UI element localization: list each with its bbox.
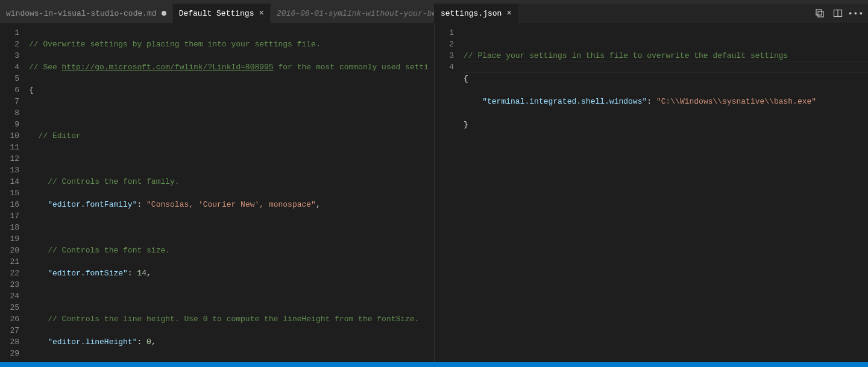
line-number: 2 xyxy=(439,39,454,50)
code-brace: } xyxy=(464,120,468,129)
line-number: 1 xyxy=(439,27,454,39)
code-comment: for the most commonly used setti xyxy=(274,63,429,72)
setting-key: "editor.fontFamily" xyxy=(48,200,137,209)
line-number: 26 xyxy=(5,313,19,325)
code-brace: { xyxy=(464,74,468,83)
line-number: 12 xyxy=(5,153,19,165)
svg-rect-1 xyxy=(818,11,823,17)
tab-label: settings.json xyxy=(441,9,502,18)
line-number: 11 xyxy=(5,142,19,153)
line-number: 28 xyxy=(5,336,19,348)
line-number-gutter: 1234567891011121314151617181920212223242… xyxy=(0,24,29,362)
line-number: 27 xyxy=(5,325,19,336)
line-number: 18 xyxy=(5,222,19,233)
line-number: 22 xyxy=(5,268,19,279)
line-number: 6 xyxy=(5,84,19,96)
line-number: 10 xyxy=(5,130,19,142)
line-number: 2 xyxy=(5,39,19,50)
line-number: 9 xyxy=(5,119,19,130)
setting-key: "terminal.integrated.shell.windows" xyxy=(482,97,647,106)
tab-group-left: windows-in-visual-studio-code.md Default… xyxy=(0,4,435,23)
tab-settings-json[interactable]: settings.json × xyxy=(435,4,518,23)
line-number: 23 xyxy=(5,279,19,290)
line-number-gutter: 1234 xyxy=(435,24,464,362)
code-comment: // Controls the font size. xyxy=(48,246,170,255)
line-number: 3 xyxy=(439,50,454,61)
tab-label: Default Settings xyxy=(179,9,254,18)
tab-actions-right: ••• xyxy=(808,4,868,23)
line-number: 8 xyxy=(5,107,19,119)
close-icon[interactable]: × xyxy=(259,9,263,17)
line-number: 5 xyxy=(5,73,19,84)
status-bar[interactable] xyxy=(0,362,868,367)
vertical-scrollbar[interactable] xyxy=(860,24,868,362)
code-brace: { xyxy=(29,86,34,95)
line-number: 7 xyxy=(5,96,19,107)
line-number: 1 xyxy=(5,27,19,39)
compare-icon[interactable] xyxy=(814,7,826,19)
setting-key: "editor.fontSize" xyxy=(48,269,128,278)
svg-rect-0 xyxy=(816,10,822,15)
code-comment: // Place your settings in this file to o… xyxy=(464,51,788,60)
vertical-scrollbar[interactable] xyxy=(426,24,434,362)
line-number: 17 xyxy=(5,210,19,222)
close-icon[interactable]: × xyxy=(506,9,511,17)
split-editor-icon[interactable] xyxy=(832,7,844,19)
line-number: 3 xyxy=(5,50,19,61)
tab-label: windows-in-visual-studio-code.md xyxy=(6,9,157,18)
tab-symlink-md[interactable]: 2016-08-01-symlink-without-your-beloved-… xyxy=(271,4,435,23)
setting-value: "Consolas, 'Courier New', monospace" xyxy=(146,200,316,209)
setting-value: 14 xyxy=(137,269,146,278)
line-number: 4 xyxy=(439,61,454,73)
code-comment: // Editor xyxy=(39,131,81,140)
tab-default-settings[interactable]: Default Settings × xyxy=(173,4,271,23)
line-number: 21 xyxy=(5,256,19,268)
code-comment xyxy=(29,131,39,140)
code-comment: // Controls the line height. Use 0 to co… xyxy=(48,315,419,324)
line-number: 14 xyxy=(5,176,19,187)
setting-value: "C:\\Windows\\sysnative\\bash.exe" xyxy=(656,97,816,106)
code-link[interactable]: http://go.microsoft.com/fwlink/?LinkId=8… xyxy=(62,63,274,72)
tab-label: 2016-08-01-symlink-without-your-beloved-… xyxy=(277,9,435,18)
line-number: 24 xyxy=(5,290,19,302)
code-comment: // Controls the font family. xyxy=(48,177,179,186)
tabbar-row: windows-in-visual-studio-code.md Default… xyxy=(0,4,868,24)
line-number: 29 xyxy=(5,348,19,359)
line-number: 20 xyxy=(5,245,19,256)
dirty-indicator-icon xyxy=(162,11,166,16)
line-number: 16 xyxy=(5,199,19,210)
current-line-highlight xyxy=(464,61,868,73)
code-comment: // Overwrite settings by placing them in… xyxy=(29,40,321,49)
line-number: 25 xyxy=(5,302,19,313)
overflow-button[interactable]: ••• xyxy=(850,7,862,19)
editor-pane-default-settings[interactable]: 1234567891011121314151617181920212223242… xyxy=(0,24,435,362)
code-comment: // See xyxy=(29,63,62,72)
line-number: 15 xyxy=(5,187,19,199)
line-number: 19 xyxy=(5,233,19,245)
code-content[interactable]: // Place your settings in this file to o… xyxy=(464,24,868,362)
editor-area: 1234567891011121314151617181920212223242… xyxy=(0,24,868,362)
setting-value: 0 xyxy=(146,337,151,347)
tab-windows-vscode-md[interactable]: windows-in-visual-studio-code.md xyxy=(0,4,173,23)
editor-pane-settings-json[interactable]: 1234 // Place your settings in this file… xyxy=(435,24,868,362)
line-number: 4 xyxy=(5,61,19,73)
tab-group-right: settings.json × ••• xyxy=(435,4,868,23)
setting-key: "editor.lineHeight" xyxy=(48,337,137,347)
code-content[interactable]: // Overwrite settings by placing them in… xyxy=(29,24,434,362)
line-number: 13 xyxy=(5,165,19,176)
